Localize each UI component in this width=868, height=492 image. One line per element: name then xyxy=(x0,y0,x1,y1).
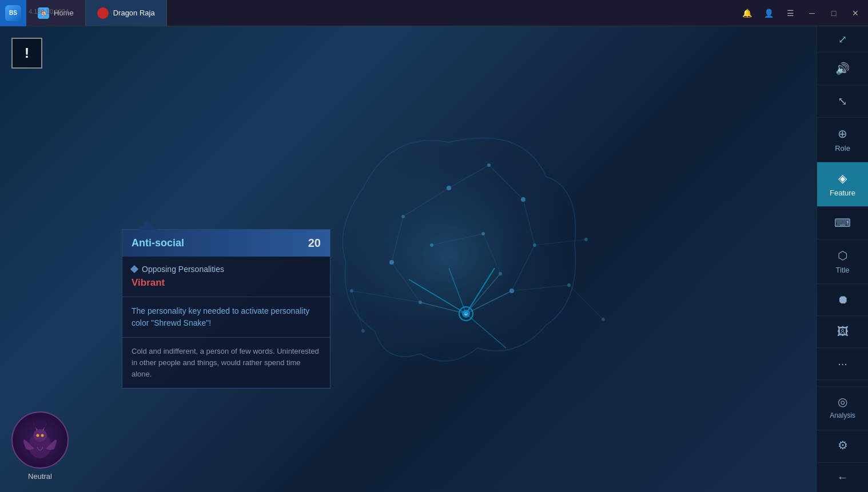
menu-button[interactable]: ☰ xyxy=(780,3,801,23)
svg-point-45 xyxy=(41,434,44,437)
analysis-label: Analysis xyxy=(830,411,855,419)
popup-footer-text: Cold and indifferent, a person of few wo… xyxy=(132,346,321,380)
sidebar-item-analysis[interactable]: ◎ Analysis xyxy=(817,386,868,427)
bluestacks-icon: BS xyxy=(5,5,21,21)
sidebar-item-keyboard[interactable]: ⌨ xyxy=(817,207,868,239)
svg-point-43 xyxy=(33,429,47,442)
maximize-button[interactable]: □ xyxy=(823,3,844,23)
dragon-raja-tab-icon xyxy=(97,7,109,19)
popup-body: Opposing Personalities Vibrant xyxy=(122,257,330,297)
popup-title: Anti-social xyxy=(132,237,184,249)
window-controls: 🔔 👤 ☰ ─ □ ✕ xyxy=(736,3,868,23)
popup-value: 20 xyxy=(308,237,321,250)
minimize-button[interactable]: ─ xyxy=(802,3,822,23)
popup-section-title: Opposing Personalities xyxy=(132,265,321,274)
sidebar-item-volume[interactable]: 🔊 xyxy=(817,53,868,85)
keyboard-icon: ⌨ xyxy=(834,216,851,230)
back-icon: ← xyxy=(837,471,849,484)
analysis-icon: ◎ xyxy=(838,395,847,409)
title-icon: ⬡ xyxy=(838,249,847,262)
popup-description: The personality key needed to activate p… xyxy=(122,297,330,338)
sidebar-item-title[interactable]: ⬡ Title xyxy=(817,239,868,284)
svg-point-44 xyxy=(37,434,39,437)
volume-icon: 🔊 xyxy=(835,62,850,75)
popup-footer: Cold and indifferent, a person of few wo… xyxy=(122,338,330,388)
gallery-icon: 🖼 xyxy=(837,325,849,338)
title-label: Title xyxy=(835,266,849,274)
svg-point-0 xyxy=(300,125,598,388)
popup-vibrant-label: Vibrant xyxy=(132,277,321,289)
feature-label: Feature xyxy=(830,189,855,197)
section-label: Opposing Personalities xyxy=(142,265,224,274)
game-area: ! Neutral xyxy=(0,26,817,492)
close-button[interactable]: ✕ xyxy=(845,3,866,23)
alert-symbol: ! xyxy=(25,45,29,61)
sidebar-item-feature[interactable]: ◈ Feature xyxy=(817,162,868,207)
notification-button[interactable]: 🔔 xyxy=(736,3,757,23)
role-icon: ⊕ xyxy=(838,127,847,141)
expand-button[interactable]: ⤢ xyxy=(817,26,868,53)
character-portrait: Neutral xyxy=(11,411,69,481)
more-icon: ··· xyxy=(838,357,847,370)
sidebar-item-record[interactable]: ⏺ xyxy=(817,284,868,316)
diamond-icon xyxy=(130,265,138,273)
record-icon: ⏺ xyxy=(837,293,849,306)
sidebar-item-gallery[interactable]: 🖼 xyxy=(817,316,868,348)
sidebar-item-settings[interactable]: ⚙ xyxy=(817,430,868,460)
portrait-circle xyxy=(11,411,69,469)
resize-icon: ⤡ xyxy=(838,94,847,108)
right-sidebar: ⤢ 🔊 ⤡ ⊕ Role ◈ Feature ⌨ ⬡ Title ⏺ 🖼 ··· xyxy=(817,26,868,492)
alert-icon[interactable]: ! xyxy=(11,38,42,69)
app-version: 4.180.10.1004 xyxy=(29,8,69,15)
popup-triangle xyxy=(138,221,157,230)
role-label: Role xyxy=(835,144,850,153)
dragon-raja-tab-label: Dragon Raja xyxy=(113,9,155,17)
popup-card: Anti-social 20 Opposing Personalities Vi… xyxy=(122,229,331,389)
account-button[interactable]: 👤 xyxy=(758,3,779,23)
character-label: Neutral xyxy=(11,472,69,481)
settings-icon: ⚙ xyxy=(838,438,848,452)
tab-dragon-raja[interactable]: Dragon Raja xyxy=(86,0,167,26)
popup-header: Anti-social 20 xyxy=(122,230,330,257)
feature-icon: ◈ xyxy=(838,171,847,185)
sidebar-bottom: ◎ Analysis ⚙ ← xyxy=(817,386,868,492)
bluestacks-logo: BS xyxy=(0,0,26,26)
sidebar-item-resize[interactable]: ⤡ xyxy=(817,85,868,118)
titlebar: BS 4.180.10.1004 🏠 Home Dragon Raja 🔔 👤 … xyxy=(0,0,868,26)
sidebar-item-role[interactable]: ⊕ Role xyxy=(817,118,868,162)
popup-desc-text: The personality key needed to activate p… xyxy=(132,305,321,329)
sidebar-item-back[interactable]: ← xyxy=(817,462,868,492)
sidebar-item-more[interactable]: ··· xyxy=(817,348,868,380)
